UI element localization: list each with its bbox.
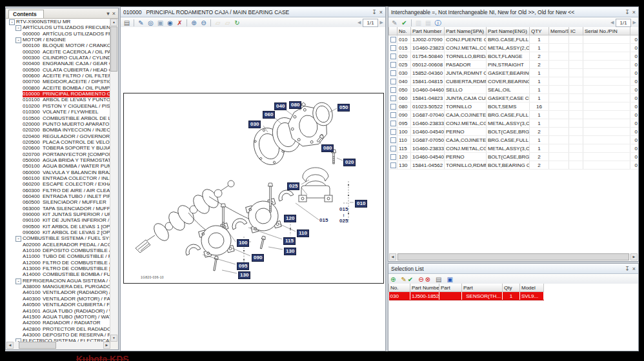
fit-window-icon[interactable]: ▣ [156, 19, 165, 27]
checkbox-cell[interactable] [389, 161, 397, 170]
column-header[interactable] [389, 27, 397, 35]
scroll-right-icon[interactable]: ▶ [103, 342, 110, 349]
tree-item-A40300[interactable]: A40300VENTILADOR (MOTOR) / FAN (LI [6, 296, 110, 302]
collapse-icon[interactable]: - [15, 25, 21, 31]
callout-120[interactable]: 120 [284, 215, 296, 222]
column-header[interactable]: Model [520, 284, 544, 292]
tree-item-060200[interactable]: 060200ESCAPE COLECTOR / EXHAUST [6, 181, 110, 187]
tree-item-A11000[interactable]: A11000TUBO DE COMBUSTIBLE / FUEL [6, 253, 110, 259]
callout-095[interactable]: 095 [237, 262, 249, 270]
tree-item-010300[interactable]: 010300VOLANTE / FLYWHEEL [6, 109, 110, 115]
callout-010[interactable]: 010 [355, 200, 367, 208]
scroll-up-icon[interactable]: ▲ [110, 19, 117, 26]
tree-item-A38000[interactable]: A38000MANGUERA DEL PURGADOR DE [6, 284, 110, 289]
callout-110[interactable]: 110 [297, 229, 309, 237]
tree-item-060500[interactable]: 060500SILENCIADOR / MUFFLER [6, 199, 110, 205]
prev-view-icon[interactable]: ▱ [214, 19, 222, 27]
tree-item-010200[interactable]: 010200PISTON Y CIGUEENAL / PISTON [6, 103, 110, 109]
checkbox-cell[interactable] [389, 52, 397, 61]
next-view-icon[interactable]: ▱ [223, 19, 232, 27]
checkbox-cell[interactable] [389, 128, 397, 136]
part-row-050[interactable]: 0501G460-04460SELLOSEAL,OIL10 [389, 86, 639, 94]
tree-item-020200[interactable]: 020200BOMBA INYECCION / INJECTION [6, 127, 110, 133]
checkbox-cell[interactable] [389, 35, 397, 44]
save-icon[interactable]: ▣ [447, 275, 452, 284]
tree-item-000800[interactable]: 000800ACEITE BOMBA / OIL PUMP [6, 85, 110, 91]
tree-item-060100[interactable]: 060100ENTRADA COLECTOR / INLET MA [6, 175, 110, 181]
part-row-090[interactable]: 0901G687-07040CAJA,COJINETE,...BRG.CASE,… [389, 111, 639, 119]
part-row-120[interactable]: 1201G460-04540PERNOBOLT(CASE,BRG)20 [389, 153, 639, 161]
info-icon[interactable]: ⓘ [434, 19, 442, 27]
column-header[interactable]: Part Name(SPA) [445, 27, 487, 35]
column-header[interactable] [630, 27, 639, 35]
checkbox-cell[interactable] [389, 144, 397, 153]
column-header[interactable]: No. [389, 284, 410, 292]
tree-item-000300[interactable]: 000300CILINDRO CULATA / CYLINDER H [6, 55, 110, 61]
tree-item-A13000[interactable]: A13000FILTRO DE COMBUSTIBLE [COM [6, 266, 110, 271]
collapse-icon[interactable]: - [9, 19, 15, 25]
checkbox-cell[interactable] [389, 61, 397, 69]
check-icon[interactable]: ✔ [408, 275, 413, 284]
part-row-080[interactable]: 08001023-50522TORNILLOBOLT,SEMS160 [389, 102, 639, 111]
checkbox-cell[interactable] [389, 153, 397, 161]
tree-item-A41500[interactable]: A41500AGUA TUBO (MOTOR) / WATER [6, 314, 110, 320]
row-checkbox[interactable] [390, 146, 396, 151]
callout-050[interactable]: 050 [337, 104, 350, 112]
contents-tab[interactable]: Contents [8, 10, 44, 18]
print-icon[interactable]: ▤ [123, 19, 131, 27]
callout-130[interactable]: 130 [284, 248, 296, 255]
marker-icon[interactable]: ✗ [176, 19, 184, 27]
tree-item-020600[interactable]: 020600TOBERA SOPORTE Y BUJIA DE C [6, 145, 110, 151]
pin-icon[interactable]: ↧ [372, 8, 377, 16]
row-checkbox[interactable] [390, 54, 396, 59]
column-header[interactable]: QTY [530, 27, 549, 35]
tree-item-A02000[interactable]: A02000ACELERADOR PEDAL / ACCELER [6, 242, 110, 248]
pen-icon[interactable]: ✎ [137, 19, 145, 27]
prev-page-icon[interactable]: ◀ [357, 20, 361, 25]
next-page-icon[interactable]: ▶ [380, 20, 383, 25]
selection-row-030[interactable]: 0301J500-18522SENSOR(TH...1SVL9... [389, 292, 544, 300]
tree-item-090000[interactable]: 090000KIT JUNTAS SUPERIOR / UPPER [6, 211, 110, 217]
row-checkbox[interactable] [390, 45, 396, 51]
close-icon[interactable]: × [379, 8, 383, 16]
parts-hscrollbar[interactable]: ◀ ▶ [389, 253, 638, 260]
next-page-icon[interactable]: ▶ [633, 20, 636, 25]
part-row-025[interactable]: 02505012-00608PASADORPIN,STRAIGHT20 [389, 61, 639, 69]
close-icon[interactable]: × [112, 10, 116, 17]
callout-~[interactable]: ~ [340, 214, 347, 217]
diagram-canvas[interactable]: 030060040080050080020025010015~025120015… [121, 27, 385, 351]
checkbox-cell[interactable] [389, 94, 397, 102]
tree-item-000400[interactable]: 000400ENGRANAJE CAJA / GEAR CASE [6, 61, 110, 66]
tree-item-010000[interactable]: 010000PRINCIPAL RODAMIENTO CAJA / [6, 91, 110, 97]
collapse-icon[interactable]: - [15, 236, 21, 242]
row-checkbox[interactable] [390, 121, 396, 126]
callout-100[interactable]: 100 [237, 239, 249, 247]
tree-item-A12000[interactable]: A12000FILTRO DE COMBUSTIBLE / FUE [6, 260, 110, 266]
print-icon[interactable]: ▤ [436, 275, 441, 284]
tree-item-000700[interactable]: 000700MEDIDOR,ACEITE / DIPSTICK [6, 79, 110, 84]
pin-icon[interactable]: ↧ [625, 8, 630, 16]
tree-item-020000[interactable]: 020000PUNTO MUERTO APARATO / IDL [6, 121, 110, 127]
callout-080[interactable]: 080 [289, 101, 301, 109]
collapse-icon[interactable]: - [15, 278, 21, 284]
column-header[interactable]: Part Number [410, 284, 439, 292]
row-checkbox[interactable] [390, 95, 396, 101]
checkbox-cell[interactable] [389, 136, 397, 144]
tree-item-020700[interactable]: 020700PORTAINYECTOR [COMPONENT [6, 151, 110, 157]
callout-030[interactable]: 030 [248, 121, 261, 128]
scroll-down-icon[interactable]: ▼ [110, 335, 117, 342]
scroll-left-icon[interactable]: ◀ [6, 342, 14, 349]
part-row-030[interactable]: 03015852-04360JUNTA,RDMNT CJGASKET,BEARI… [389, 69, 639, 77]
checkbox-cell[interactable] [389, 77, 397, 86]
checkbox-cell[interactable] [389, 102, 397, 111]
zoom-out-icon[interactable]: ⊖ [199, 19, 208, 27]
remove-icon[interactable]: ⊖ [418, 275, 423, 284]
tree-item-000200[interactable]: 000200ACEITE CACEROLA / OIL PAN [6, 49, 110, 55]
part-row-110[interactable]: 1101G687-07050CAJA,COJINETE,...BRG.CASE,… [389, 136, 639, 144]
row-checkbox[interactable] [390, 79, 396, 84]
tree-item-A40500[interactable]: A40500VENTILADOR CUBIERTA / FAN C [6, 302, 110, 307]
row-checkbox[interactable] [390, 70, 396, 76]
row-checkbox[interactable] [390, 129, 396, 135]
row-checkbox[interactable] [390, 104, 396, 110]
tree-group-node[interactable]: -REFRIGERACION AGUA SISTEMA / COOLING W [6, 278, 110, 284]
